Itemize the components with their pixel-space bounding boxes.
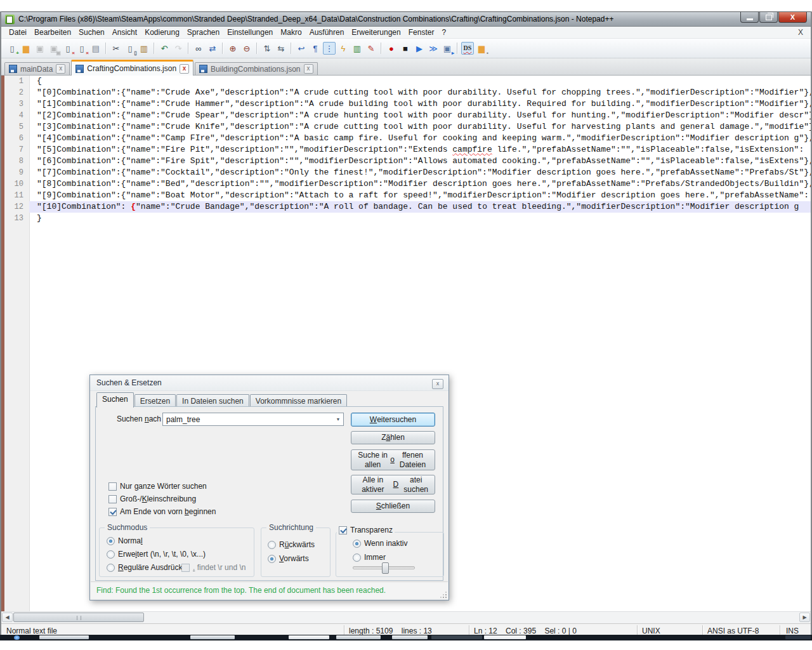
label-part: leinschreibung	[147, 494, 196, 503]
find-all-current-file-button[interactable]: Alle in aktiver Datei suchen	[351, 475, 435, 494]
menu-hilfe[interactable]: ?	[438, 27, 450, 37]
cut-icon[interactable]: ✂	[110, 42, 122, 55]
label-part: Am Ende von vorn	[120, 507, 185, 516]
taskbar-button[interactable]	[484, 635, 526, 639]
taskbar-clock-area[interactable]	[785, 635, 811, 639]
scrollbar-thumb[interactable]	[13, 613, 144, 622]
tab-label: CraftingCombinations.json	[87, 64, 176, 73]
menubar-close-document-button[interactable]: X	[798, 28, 803, 37]
dot-matches-newline-checkbox[interactable]: . findet \r und \n	[181, 563, 246, 572]
search-value: palm_tree	[166, 415, 200, 424]
zoom-in-icon[interactable]: ⊕	[226, 42, 239, 55]
word-wrap-icon[interactable]: ↩	[295, 42, 308, 55]
indent-guide-icon[interactable]: ⋮	[323, 42, 336, 55]
tab-maindata[interactable]: mainData x	[4, 62, 70, 75]
menu-suchen[interactable]: Suchen	[75, 27, 108, 37]
tab-close-icon[interactable]: x	[180, 64, 189, 74]
scroll-right-arrow[interactable]: ▶	[799, 613, 810, 622]
macro-record-icon[interactable]: ●	[385, 42, 398, 55]
count-button[interactable]: Zählen	[351, 431, 435, 444]
tab-close-icon[interactable]: x	[304, 64, 313, 74]
close-button[interactable]: X	[778, 12, 807, 23]
taskbar-button[interactable]	[190, 635, 235, 639]
macro-save-icon[interactable]: ▣▸	[441, 42, 454, 55]
menu-kodierung[interactable]: Kodierung	[141, 27, 183, 37]
undo-icon[interactable]: ↶	[158, 42, 171, 55]
menu-einstellungen[interactable]: Einstellungen	[223, 27, 277, 37]
tab-craftingcombinations[interactable]: CraftingCombinations.json x	[71, 60, 193, 76]
macro-play-icon[interactable]: ▶	[413, 42, 426, 55]
combo-dropdown-icon[interactable]: ▼	[333, 413, 343, 425]
new-file-icon[interactable]: ▯+	[6, 42, 18, 55]
taskbar-button[interactable]	[431, 635, 482, 639]
dialog-titlebar[interactable]: Suchen & Ersetzen	[90, 375, 449, 391]
find-next-button[interactable]: Weitersuchen	[351, 413, 435, 427]
direction-down-radio[interactable]: Vorwärts	[268, 554, 309, 563]
minimize-button[interactable]	[740, 12, 759, 23]
menu-datei[interactable]: Datei	[5, 27, 30, 37]
dialog-close-button[interactable]: x	[432, 379, 443, 389]
transparency-on-inactive-radio[interactable]: Wenn inaktiv	[353, 539, 407, 548]
wrap-around-checkbox[interactable]: Am Ende von vorn beginnen	[108, 507, 216, 516]
horizontal-scrollbar[interactable]: ◀ ▶	[1, 611, 811, 623]
menu-ansicht[interactable]: Ansicht	[108, 27, 141, 37]
show-all-characters-icon[interactable]: ¶	[309, 42, 322, 55]
find-all-open-files-button[interactable]: Suche in allen offenen Dateien	[351, 449, 435, 470]
menu-bearbeiten[interactable]: Bearbeiten	[30, 27, 75, 37]
dialog-tab-ersetzen[interactable]: Ersetzen	[134, 394, 176, 408]
zoom-out-icon[interactable]: ⊖	[240, 42, 253, 55]
scroll-left-arrow[interactable]: ◀	[2, 613, 13, 622]
transparency-checkbox[interactable]: Transparenz	[337, 526, 395, 534]
close-all-files-icon[interactable]: ▯×	[75, 42, 88, 55]
sync-horizontal-scroll-icon[interactable]: ⇆	[275, 42, 287, 55]
taskbar-button[interactable]	[336, 635, 381, 639]
copy-icon[interactable]: ▯▯	[124, 42, 136, 55]
taskbar-button[interactable]	[289, 635, 329, 639]
mode-extended-radio[interactable]: Erweitert (\n, \r, \t, \0, \x...)	[107, 550, 206, 559]
match-case-checkbox[interactable]: Groß-/Kleinschreibung	[108, 494, 196, 503]
print-icon[interactable]: ▤	[89, 42, 102, 55]
replace-icon[interactable]: ⇄	[206, 42, 219, 55]
user-defined-language-icon[interactable]: ϟ	[337, 42, 350, 55]
direction-up-radio[interactable]: Rückwärts	[268, 540, 315, 549]
paste-icon[interactable]: ▥	[138, 42, 150, 55]
menu-fenster[interactable]: Fenster	[405, 27, 438, 37]
start-orb-icon[interactable]	[14, 635, 20, 640]
macro-run-multiple-icon[interactable]: ≫	[427, 42, 440, 55]
dialog-tab-suchen[interactable]: Suchen	[96, 392, 134, 408]
tab-buildingcombinations[interactable]: BuildingCombinations.json x	[195, 62, 317, 75]
macro-stop-icon[interactable]: ■	[399, 42, 412, 55]
menu-ausfuehren[interactable]: Ausführen	[306, 27, 348, 37]
toolbar-separator	[256, 43, 258, 54]
label-part: chließen	[381, 501, 410, 510]
search-input[interactable]: palm_tree ▼	[162, 413, 344, 426]
close-dialog-button[interactable]: Schließen	[351, 500, 435, 513]
mode-normal-radio[interactable]: Normal	[107, 536, 143, 545]
close-file-icon[interactable]: ▯×	[62, 42, 74, 55]
dialog-tab-vorkommnisse-markieren[interactable]: Vorkommnisse markieren	[250, 394, 347, 408]
menu-erweiterungen[interactable]: Erweiterungen	[348, 27, 404, 37]
resize-grip-icon[interactable]	[441, 592, 447, 598]
restore-button[interactable]	[759, 12, 778, 23]
label-part: tert (\n, \r, \t, \0, \x...)	[137, 550, 206, 559]
transparency-slider-thumb[interactable]	[382, 562, 389, 574]
mode-regex-radio[interactable]: Reguläre Ausdrücke	[107, 563, 187, 572]
transparency-always-radio[interactable]: Immer	[353, 553, 386, 562]
tab-close-icon[interactable]: x	[56, 64, 65, 74]
misspelled-word: campfire	[452, 145, 492, 154]
titlebar[interactable]: C:\Program Files (x86)\Steam\SteamApps\c…	[1, 11, 811, 27]
taskbar-button[interactable]	[392, 635, 428, 639]
label-part: R	[118, 563, 124, 572]
menu-sprachen[interactable]: Sprachen	[183, 27, 223, 37]
function-list-icon[interactable]: ✎	[365, 42, 377, 55]
taskbar-button[interactable]	[39, 635, 89, 639]
document-map-icon[interactable]: ▥	[351, 42, 363, 55]
plugin-folder-icon[interactable]: ▆▪	[475, 42, 488, 55]
dialog-tab-in-dateien-suchen[interactable]: In Dateien suchen	[176, 394, 249, 408]
find-icon[interactable]: ∞	[192, 42, 205, 55]
sync-vertical-scroll-icon[interactable]: ⇅	[261, 42, 273, 55]
whole-word-checkbox[interactable]: Nur ganze Wörter suchen	[108, 482, 207, 491]
open-file-icon[interactable]: ▆	[20, 42, 32, 55]
dspellcheck-icon[interactable]: DS	[461, 42, 474, 55]
menu-makro[interactable]: Makro	[277, 27, 305, 37]
